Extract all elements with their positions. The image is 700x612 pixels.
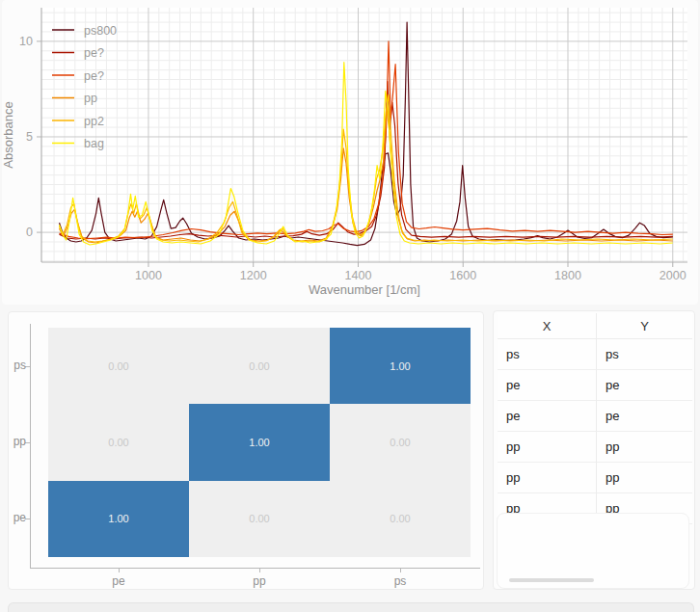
- matrix-y-label: pp: [9, 435, 26, 448]
- table-row[interactable]: pppp: [498, 432, 692, 463]
- legend-label[interactable]: pe?: [84, 46, 104, 60]
- matrix-y-label: ps: [9, 359, 26, 372]
- horizontal-scrollbar-thumb[interactable]: [509, 578, 594, 582]
- table-cell[interactable]: pe: [498, 401, 596, 432]
- table-header-row: XY: [498, 313, 692, 339]
- confusion-matrix-panel: 0.000.001.000.001.000.001.000.000.00pspp…: [8, 311, 484, 590]
- table-cell[interactable]: pp: [596, 463, 692, 493]
- matrix-x-label: pe: [99, 574, 138, 588]
- table-row[interactable]: pepe: [498, 401, 692, 432]
- matrix-x-axis-line: [30, 568, 480, 569]
- matrix-x-tick: [119, 568, 120, 572]
- legend-label[interactable]: pp: [84, 92, 97, 105]
- pair-table-body: pspspepepepepppppppppppp: [498, 339, 692, 524]
- table-cell[interactable]: pe: [596, 401, 692, 432]
- table-column-header-x[interactable]: X: [498, 313, 596, 339]
- footer-strip: [8, 602, 694, 612]
- matrix-x-tick: [400, 568, 401, 572]
- matrix-y-label: pe: [9, 511, 26, 524]
- matrix-x-label: pp: [240, 574, 279, 588]
- table-cell[interactable]: pp: [498, 463, 596, 493]
- table-column-header-y[interactable]: Y: [596, 313, 692, 339]
- legend-label[interactable]: pp2: [84, 115, 104, 128]
- x-tick-label: 1000: [135, 269, 162, 282]
- y-tick-label: 0: [26, 226, 33, 239]
- table-cell[interactable]: pp: [498, 432, 596, 463]
- spectra-panel: 1000120014001600180020000510Wavenumber […: [2, 0, 698, 305]
- legend-label[interactable]: bag: [84, 137, 104, 150]
- matrix-x-label: ps: [381, 574, 419, 588]
- matrix-cell-pp-ps: 0.00: [330, 404, 471, 480]
- table-cell[interactable]: ps: [596, 339, 692, 370]
- matrix-cell-pp-pe: 0.00: [48, 404, 189, 480]
- table-cell[interactable]: ps: [498, 339, 596, 370]
- matrix-cell-pe-ps: 0.00: [330, 481, 471, 557]
- matrix-cell-ps-pe: 0.00: [48, 328, 189, 404]
- y-tick-label: 10: [19, 35, 33, 48]
- x-tick-label: 2000: [660, 269, 687, 282]
- table-cell[interactable]: pp: [596, 432, 692, 463]
- pair-table-header: XY: [498, 313, 692, 339]
- pair-table: XY pspspepepepepppppppppppp: [498, 313, 692, 524]
- matrix-cell-ps-pp: 0.00: [189, 328, 330, 404]
- pair-table-panel: XY pspspepepepepppppppppppp: [493, 310, 695, 590]
- matrix-cell-pe-pp: 0.00: [189, 481, 330, 557]
- confusion-matrix-plot[interactable]: 0.000.001.000.001.000.001.000.000.00pspp…: [9, 312, 483, 589]
- legend-label[interactable]: ps800: [84, 24, 117, 38]
- matrix-cell-ps-ps: 1.00: [330, 328, 471, 404]
- x-tick-label: 1600: [449, 269, 476, 282]
- matrix-cell-pe-pe: 1.00: [48, 481, 189, 557]
- x-tick-label: 1800: [554, 269, 581, 282]
- y-tick-label: 5: [26, 130, 33, 144]
- table-cell[interactable]: pe: [596, 370, 692, 401]
- spectra-chart[interactable]: 1000120014001600180020000510Wavenumber […: [0, 0, 700, 307]
- legend-label[interactable]: pe?: [84, 69, 104, 83]
- y-axis-title: Absorbance: [1, 101, 15, 168]
- table-row[interactable]: psps: [498, 339, 692, 370]
- table-cell[interactable]: pe: [498, 370, 596, 401]
- x-tick-label: 1400: [345, 269, 372, 282]
- table-empty-area: [497, 513, 689, 589]
- table-row[interactable]: pepe: [498, 370, 692, 401]
- x-axis-title: Wavenumber [1/cm]: [309, 282, 420, 297]
- x-tick-label: 1200: [240, 269, 267, 282]
- matrix-y-axis-line: [30, 324, 31, 569]
- matrix-x-tick: [259, 568, 260, 572]
- matrix-cell-pp-pp: 1.00: [189, 404, 330, 480]
- table-row[interactable]: pppp: [498, 463, 692, 493]
